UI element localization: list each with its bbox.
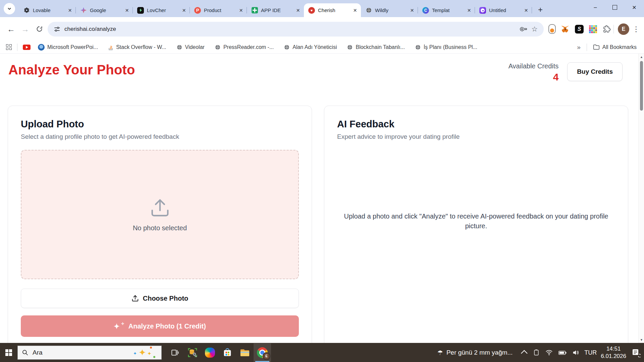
egg-extension-icon[interactable] <box>548 24 556 34</box>
bookmarks-separator <box>587 44 587 51</box>
globe-icon <box>415 44 421 50</box>
credits-area: Available Credits 4 Buy Credits <box>508 62 623 83</box>
photo-dropzone[interactable]: No photo selected <box>21 150 299 279</box>
choose-photo-button[interactable]: Choose Photo <box>21 289 299 308</box>
tab-google[interactable]: Google ✕ <box>76 3 133 17</box>
tab-close-icon[interactable]: ✕ <box>67 7 73 13</box>
dev-tools-app-button[interactable] <box>184 343 201 362</box>
tab-untitled[interactable]: Untitled ✕ <box>475 3 532 17</box>
taskbar-search-box[interactable]: Ara ✦✦✦ <box>17 346 162 360</box>
bookmark-item[interactable]: Stack Overflow - W... <box>108 44 166 50</box>
time-text: 14:51 <box>601 345 626 353</box>
bookmark-star-icon[interactable]: ☆ <box>531 25 538 33</box>
weather-widget[interactable]: ☂ Per günü 2 mm yağm... <box>437 349 513 357</box>
scroll-down-arrow[interactable]: ▼ <box>639 337 644 343</box>
site-settings-tune-icon[interactable] <box>54 26 60 33</box>
tab-title: Cherish <box>318 7 349 13</box>
bookmark-label: İş Planı (Business Pl... <box>424 44 477 50</box>
browser-menu-kebab-icon[interactable]: ⋮ <box>633 25 640 33</box>
language-indicator[interactable]: TUR <box>584 349 597 356</box>
rotation-lock-icon[interactable] <box>533 349 540 356</box>
tab-close-icon[interactable]: ✕ <box>124 7 130 13</box>
notification-center-button[interactable] <box>632 348 641 357</box>
address-bar[interactable]: cherishai.co/analyze ☆ <box>48 22 544 37</box>
buy-credits-button[interactable]: Buy Credits <box>567 62 623 81</box>
tab-close-icon[interactable]: ✕ <box>409 7 415 13</box>
upload-card-subtitle: Select a dating profile photo to get AI-… <box>21 133 299 140</box>
hidden-icons-chevron[interactable] <box>521 350 528 357</box>
start-button[interactable] <box>0 343 17 362</box>
s-extension-icon[interactable]: S <box>575 25 584 34</box>
tab-close-icon[interactable]: ✕ <box>238 7 244 13</box>
bookmark-item[interactable]: İş Planı (Business Pl... <box>415 44 477 50</box>
maximize-button[interactable] <box>605 0 625 15</box>
tab-title: Templat <box>432 7 463 13</box>
bookmark-item[interactable]: Videolar <box>176 44 205 50</box>
password-key-icon[interactable] <box>520 25 527 33</box>
tab-lovable[interactable]: Lovable ✕ <box>19 3 76 17</box>
tab-cherish-active[interactable]: ♥ Cherish ✕ <box>304 3 361 17</box>
scrollbar-thumb[interactable] <box>640 61 643 111</box>
upload-photo-card: Upload Photo Select a dating profile pho… <box>8 106 312 343</box>
tab-close-icon[interactable]: ✕ <box>466 7 472 13</box>
tab-title: Product <box>204 7 235 13</box>
metamask-icon[interactable] <box>561 25 570 33</box>
chevron-down-icon <box>7 6 12 11</box>
chrome-profile-badge: E <box>263 352 270 360</box>
tab-title: LovCher <box>147 7 178 13</box>
profile-avatar[interactable]: E <box>618 23 629 35</box>
bookmarks-bar: Microsoft PowerPoi... Stack Overflow - W… <box>0 41 644 54</box>
sparkles-icon: ✦ <box>114 323 120 330</box>
new-tab-button[interactable]: + <box>535 5 545 15</box>
microsoft-store-button[interactable] <box>219 343 236 362</box>
tab-lovcher[interactable]: LovCher ✕ <box>133 3 190 17</box>
minimize-button[interactable]: – <box>586 0 605 15</box>
tab-close-icon[interactable]: ✕ <box>181 7 187 13</box>
battery-icon[interactable] <box>558 351 567 355</box>
page-content: Analyze Your Photo Available Credits 4 B… <box>0 54 644 343</box>
extensions-puzzle-icon[interactable] <box>602 25 611 33</box>
copilot-app-button[interactable] <box>201 343 219 362</box>
reload-button[interactable] <box>32 22 46 36</box>
notification-icon <box>632 348 641 357</box>
apps-grid-icon[interactable] <box>6 44 12 50</box>
search-highlights-sparkles-icon[interactable]: ✦✦✦ <box>132 346 157 359</box>
tab-close-icon[interactable]: ✕ <box>295 7 301 13</box>
tab-template[interactable]: C Templat ✕ <box>418 3 475 17</box>
analyze-photo-button[interactable]: ✦✧ Analyze Photo (1 Credit) <box>21 315 299 337</box>
tab-app-ide[interactable]: APP IDE ✕ <box>247 3 304 17</box>
clock-widget[interactable]: 14:51 6.01.2026 <box>601 345 626 360</box>
upload-icon <box>150 197 170 218</box>
purple-app-icon <box>479 7 486 14</box>
bookmark-item[interactable]: Microsoft PowerPoi... <box>38 44 98 51</box>
bookmark-item[interactable]: Blockchain Tabanlı... <box>347 44 405 50</box>
url-text[interactable]: cherishai.co/analyze <box>64 26 516 33</box>
chrome-taskbar-button[interactable]: E <box>254 343 271 362</box>
tab-product[interactable]: P Product ✕ <box>190 3 247 17</box>
forward-button[interactable]: → <box>18 22 32 36</box>
page-scrollbar[interactable]: ▲ ▼ <box>638 54 644 343</box>
color-grid-extension-icon[interactable] <box>589 25 597 34</box>
canva-icon: C <box>422 7 429 14</box>
tab-close-icon[interactable]: ✕ <box>352 7 358 13</box>
tab-title: Google <box>90 7 121 13</box>
system-tray <box>523 349 580 356</box>
search-icon <box>22 349 29 356</box>
back-button[interactable]: ← <box>4 22 18 36</box>
file-explorer-button[interactable] <box>236 343 254 362</box>
scroll-up-arrow[interactable]: ▲ <box>639 54 644 60</box>
tab-wildly[interactable]: Wildly ✕ <box>361 3 418 17</box>
close-button[interactable]: ✕ <box>625 0 644 15</box>
wifi-icon[interactable] <box>545 350 553 356</box>
bookmarks-overflow-chevron[interactable]: » <box>577 44 581 51</box>
tab-search-chevron-button[interactable] <box>4 3 15 14</box>
bookmark-item[interactable]: PressReader.com -... <box>215 44 274 50</box>
tab-close-icon[interactable]: ✕ <box>523 7 529 13</box>
bookmark-item[interactable]: Alan Adı Yöneticisi <box>284 44 337 50</box>
speaker-icon[interactable] <box>572 349 580 356</box>
ai-feedback-card: AI Feedback Expert advice to improve you… <box>324 106 628 343</box>
close-icon: ✕ <box>632 4 636 11</box>
youtube-bookmark[interactable] <box>23 45 31 50</box>
task-view-button[interactable] <box>166 343 184 362</box>
all-bookmarks-button[interactable]: All Bookmarks <box>593 44 637 50</box>
